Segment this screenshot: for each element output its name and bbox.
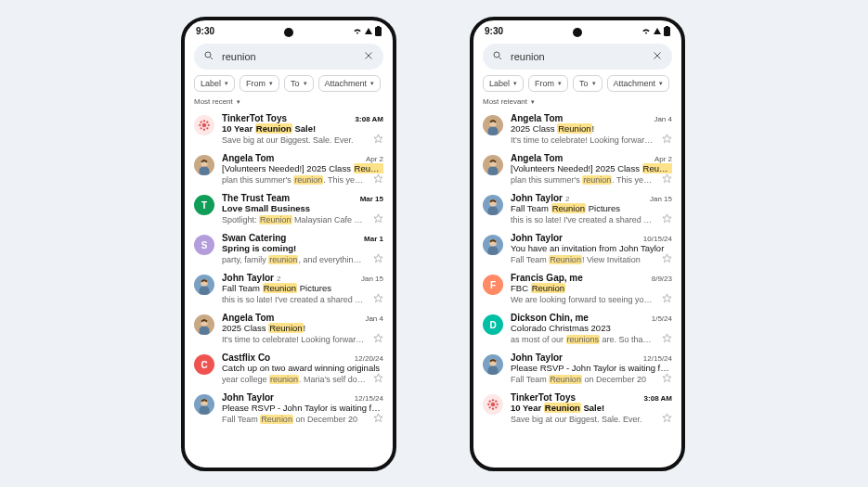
avatar: T: [194, 195, 214, 215]
svg-marker-31: [374, 374, 382, 382]
chip-to[interactable]: To▾: [573, 75, 602, 92]
email-date: 12/15/24: [643, 354, 672, 363]
email-row[interactable]: Angela TomJan 42025 Class Reunion!It's t…: [185, 309, 393, 349]
avatar: [194, 394, 214, 415]
search-input[interactable]: reunion: [222, 51, 356, 62]
svg-rect-24: [200, 287, 210, 295]
search-icon: [203, 48, 214, 65]
sender: John Taylor: [511, 352, 563, 363]
star-icon[interactable]: [662, 413, 672, 425]
sender: Dickson Chin, me: [511, 313, 589, 323]
svg-rect-17: [200, 167, 210, 175]
wifi-icon: [353, 26, 362, 36]
chip-attachment[interactable]: Attachment▾: [318, 75, 382, 92]
star-icon[interactable]: [662, 173, 672, 186]
sender: John Taylor: [222, 392, 274, 403]
email-date: 12/15/24: [355, 394, 383, 403]
star-icon[interactable]: [662, 134, 672, 146]
email-row[interactable]: CCastflix Co12/20/24Catch up on two awar…: [185, 349, 393, 389]
email-row[interactable]: TThe Trust TeamMar 15Love Small Business…: [185, 189, 393, 229]
email-preview: It's time to celebrate! Looking forward …: [511, 135, 654, 145]
svg-point-8: [208, 124, 210, 126]
email-subject: [Volunteers Needed!] 2025 Class Reunion: [222, 163, 383, 173]
star-icon[interactable]: [662, 373, 672, 385]
email-subject: 2025 Class Reunion!: [511, 123, 672, 134]
star-icon[interactable]: [662, 213, 672, 225]
sender: The Trust Team: [222, 193, 290, 203]
star-icon[interactable]: [373, 173, 383, 186]
thread-count: 2: [565, 195, 569, 203]
email-row[interactable]: TinkerTot Toys3:08 AM10 Year Reunion Sal…: [185, 109, 393, 149]
email-subject: Please RSVP - John Taylor is waiting for…: [222, 403, 383, 413]
avatar: [483, 115, 503, 135]
chip-from[interactable]: From▾: [240, 75, 279, 92]
svg-marker-60: [663, 254, 671, 263]
chip-attachment[interactable]: Attachment▾: [607, 75, 670, 92]
email-subject: 2025 Class Reunion!: [222, 323, 383, 333]
email-preview: We are looking forward to seeing you! Ou…: [511, 295, 654, 304]
email-row[interactable]: John Taylor12/15/24Please RSVP - John Ta…: [473, 349, 681, 389]
svg-marker-67: [663, 374, 671, 382]
star-icon[interactable]: [662, 333, 672, 345]
svg-marker-18: [374, 174, 382, 183]
search-bar[interactable]: reunion: [194, 44, 383, 70]
email-row[interactable]: SSwan CateringMar 1Spring is coming!part…: [185, 229, 393, 269]
sort-toggle[interactable]: Most recent▾: [194, 97, 383, 106]
email-preview: this is so late! I've created a shared a…: [222, 295, 366, 304]
star-icon[interactable]: [662, 253, 672, 265]
star-icon[interactable]: [373, 213, 383, 225]
sender: John Taylor: [511, 233, 563, 243]
star-icon[interactable]: [373, 134, 383, 146]
status-time: 9:30: [196, 26, 214, 36]
avatar: [194, 275, 214, 295]
signal-icon: [654, 28, 661, 34]
email-date: 3:08 AM: [644, 394, 672, 403]
svg-point-11: [201, 127, 202, 129]
chip-label[interactable]: Label▾: [483, 75, 524, 92]
email-list: TinkerTot Toys3:08 AM10 Year Reunion Sal…: [185, 109, 393, 429]
email-row[interactable]: DDickson Chin, me1/5/24Colorado Christma…: [473, 309, 681, 349]
star-icon[interactable]: [662, 293, 672, 305]
email-subject: Please RSVP - John Taylor is waiting for…: [511, 363, 672, 373]
search-bar[interactable]: reunion: [483, 44, 672, 70]
chip-to[interactable]: To▾: [284, 75, 314, 92]
star-icon[interactable]: [373, 413, 383, 425]
svg-point-12: [206, 127, 208, 129]
avatar: [483, 394, 503, 415]
email-date: Mar 1: [364, 235, 383, 243]
email-row[interactable]: John Taylor2Jan 15Fall Team Reunion Pict…: [185, 269, 393, 309]
svg-point-9: [201, 122, 202, 123]
svg-marker-55: [663, 214, 671, 223]
email-row[interactable]: John Taylor10/15/24You have an invitatio…: [473, 229, 681, 269]
email-row[interactable]: TinkerTot Toys3:08 AM10 Year Reunion Sal…: [473, 389, 681, 429]
email-row[interactable]: Angela TomJan 42025 Class Reunion!It's t…: [473, 109, 681, 149]
star-icon[interactable]: [373, 253, 383, 265]
wifi-icon: [641, 26, 651, 36]
chip-label[interactable]: Label▾: [194, 75, 235, 92]
sender: Swan Catering: [222, 233, 286, 243]
email-subject: Fall Team Reunion Pictures: [511, 203, 672, 213]
search-input[interactable]: reunion: [511, 51, 644, 62]
email-row[interactable]: Angela TomApr 2[Volunteers Needed!] 2025…: [185, 149, 393, 189]
thread-count: 2: [277, 275, 280, 283]
chip-from[interactable]: From▾: [528, 75, 568, 92]
email-row[interactable]: John Taylor2Jan 15Fall Team Reunion Pict…: [473, 189, 681, 229]
email-preview: Fall Team Reunion on December 20: [511, 375, 646, 384]
email-subject: FBC Reunion: [511, 283, 672, 293]
clear-icon[interactable]: [363, 48, 374, 65]
email-row[interactable]: FFrancis Gap, me8/9/23FBC ReunionWe are …: [473, 269, 681, 309]
email-row[interactable]: John Taylor12/15/24Please RSVP - John Ta…: [185, 389, 393, 429]
email-date: Mar 15: [360, 195, 383, 203]
avatar: F: [483, 275, 503, 295]
sort-toggle[interactable]: Most relevant▾: [483, 97, 672, 106]
star-icon[interactable]: [373, 373, 383, 385]
signal-icon: [365, 28, 372, 34]
email-subject: Love Small Business: [222, 203, 383, 213]
svg-point-37: [494, 52, 499, 58]
clear-icon[interactable]: [652, 48, 663, 65]
email-row[interactable]: Angela TomApr 2[Volunteers Needed!] 2025…: [473, 149, 681, 189]
front-camera: [573, 28, 582, 37]
star-icon[interactable]: [373, 333, 383, 345]
star-icon[interactable]: [373, 293, 383, 305]
email-date: 8/9/23: [652, 275, 672, 283]
